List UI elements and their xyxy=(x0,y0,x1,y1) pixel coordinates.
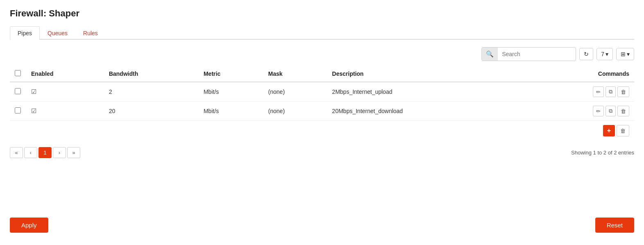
copy-button-0[interactable]: ⧉ xyxy=(606,86,616,97)
chevron-down-icon: ▾ xyxy=(606,51,608,57)
edit-button-0[interactable]: ✏ xyxy=(593,86,604,97)
edit-button-1[interactable]: ✏ xyxy=(593,106,604,116)
copy-button-1[interactable]: ⧉ xyxy=(606,106,616,116)
add-button[interactable]: + xyxy=(603,125,615,136)
col-enabled: Enabled xyxy=(26,66,104,82)
delete-button-0[interactable]: 🗑 xyxy=(617,86,629,97)
row-select-1[interactable] xyxy=(15,107,21,113)
columns-button[interactable]: ⊞ ▾ xyxy=(616,48,634,60)
enabled-check-icon-1: ☑ xyxy=(31,107,36,114)
row-mask-0: (none) xyxy=(263,82,327,102)
row-select-0[interactable] xyxy=(15,88,21,94)
pagination-row: « ‹ 1 › » Showing 1 to 2 of 2 entries xyxy=(10,147,634,158)
row-checkbox-1 xyxy=(10,102,26,121)
col-bandwidth: Bandwidth xyxy=(104,66,199,82)
count-label: 7 xyxy=(601,51,604,57)
columns-icon: ⊞ xyxy=(621,51,626,57)
row-description-0: 2Mbps_Internet_upload xyxy=(327,82,522,102)
row-metric-1: Mbit/s xyxy=(199,102,263,121)
add-row: + 🗑 xyxy=(10,121,634,141)
row-description-1: 20Mbps_Internet_download xyxy=(327,102,522,121)
tab-queues[interactable]: Queues xyxy=(40,26,75,40)
delete-selected-button[interactable]: 🗑 xyxy=(617,125,629,136)
row-bandwidth-0: 2 xyxy=(104,82,199,102)
search-wrap: 🔍 xyxy=(481,47,576,61)
page-next-button[interactable]: › xyxy=(53,147,66,158)
col-description: Description xyxy=(327,66,522,82)
footer: Apply Reset xyxy=(10,218,634,233)
row-enabled-1: ☑ xyxy=(26,102,104,121)
row-commands-0: ✏ ⧉ 🗑 xyxy=(522,82,634,102)
toolbar: 🔍 ↻ 7 ▾ ⊞ ▾ xyxy=(10,47,634,61)
table-row: ☑ 20 Mbit/s (none) 20Mbps_Internet_downl… xyxy=(10,102,634,121)
delete-button-1[interactable]: 🗑 xyxy=(617,106,629,116)
entries-info: Showing 1 to 2 of 2 entries xyxy=(571,150,634,156)
tab-rules[interactable]: Rules xyxy=(75,26,106,40)
select-all-checkbox[interactable] xyxy=(15,70,21,76)
row-enabled-0: ☑ xyxy=(26,82,104,102)
pagination: « ‹ 1 › » xyxy=(10,147,80,158)
enabled-check-icon-0: ☑ xyxy=(31,88,36,95)
refresh-button[interactable]: ↻ xyxy=(579,48,593,60)
row-commands-1: ✏ ⧉ 🗑 xyxy=(522,102,634,121)
count-button[interactable]: 7 ▾ xyxy=(597,48,613,60)
col-select-all xyxy=(10,66,26,82)
page-current-button[interactable]: 1 xyxy=(38,147,52,158)
page-first-button[interactable]: « xyxy=(10,147,23,158)
row-bandwidth-1: 20 xyxy=(104,102,199,121)
col-metric: Metric xyxy=(199,66,263,82)
page-prev-button[interactable]: ‹ xyxy=(24,147,37,158)
col-commands: Commands xyxy=(522,66,634,82)
table-row: ☑ 2 Mbit/s (none) 2Mbps_Internet_upload … xyxy=(10,82,634,102)
search-input[interactable] xyxy=(498,48,576,60)
col-mask: Mask xyxy=(263,66,327,82)
chevron-down-icon-2: ▾ xyxy=(627,51,630,57)
search-icon-button[interactable]: 🔍 xyxy=(482,48,498,61)
page-last-button[interactable]: » xyxy=(67,147,80,158)
main-table: Enabled Bandwidth Metric Mask Descriptio… xyxy=(10,66,634,121)
row-metric-0: Mbit/s xyxy=(199,82,263,102)
row-mask-1: (none) xyxy=(263,102,327,121)
tab-bar: Pipes Queues Rules xyxy=(10,26,634,40)
page-title: Firewall: Shaper xyxy=(10,8,634,19)
row-checkbox-0 xyxy=(10,82,26,102)
reset-button[interactable]: Reset xyxy=(595,218,634,233)
tab-pipes[interactable]: Pipes xyxy=(10,26,40,40)
apply-button[interactable]: Apply xyxy=(10,218,48,233)
